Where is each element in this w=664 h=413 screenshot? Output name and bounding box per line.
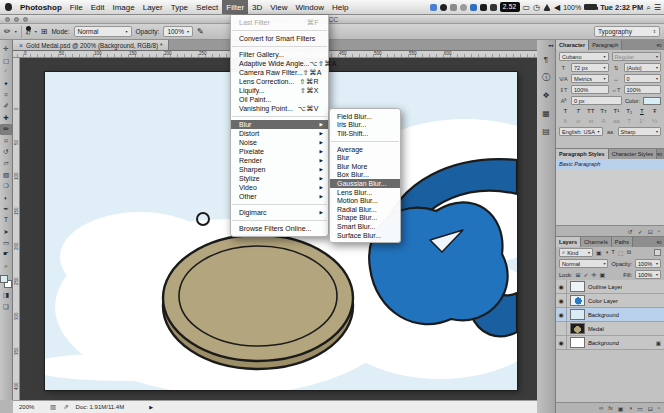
volume-icon[interactable]: ◀ [554,0,560,15]
blur-submenu-item[interactable]: Surface Blur... [330,231,400,240]
layer-filter-icon[interactable]: T [611,249,615,256]
layers-footer-icon[interactable]: fx [608,405,613,411]
menu-extra-badge[interactable]: 2.52 [500,2,520,12]
tool-preset-dropdown-arrow[interactable]: ▾ [15,29,17,34]
filter-menu-item[interactable]: Liquify... ⇧⌘X [231,86,328,95]
menu-bar-item[interactable]: Photoshop [16,0,66,14]
filter-menu-item[interactable]: Video ▶ [231,183,328,192]
horizontal-scale-input[interactable]: 100% [624,85,662,94]
filter-menu-item[interactable]: Camera Raw Filter... ⇧⌘A [231,68,328,77]
status-options-arrow[interactable]: ▶ [149,404,153,410]
blur-submenu-item[interactable]: Average [330,145,400,154]
filter-menu-item[interactable]: Distort ▶ [231,129,328,138]
opentype-button[interactable]: T [623,117,636,125]
tab-paragraph[interactable]: Paragraph [589,40,622,50]
layer-thumbnail[interactable] [570,309,585,320]
panel-dock-icon[interactable]: ⓘ [540,71,553,84]
leading-select[interactable]: (Auto)▾ [624,63,662,72]
filter-menu-item[interactable]: Last Filter ⌘F [231,18,328,27]
tool-button[interactable]: ⌕ [0,260,12,271]
layers-footer-icon[interactable]: ▣ [618,405,624,412]
filter-menu-item[interactable]: Noise ▶ [231,138,328,147]
style-button[interactable]: TT [585,107,598,115]
menu-bar-item[interactable]: Edit [87,0,109,14]
filter-menu-item[interactable]: Lens Correction... ⇧⌘R [231,77,328,86]
layer-filter-icon[interactable]: ▣ [596,249,602,256]
layer-thumbnail[interactable] [570,295,585,306]
workspace-switcher[interactable]: Typography⇕ [594,26,660,37]
filter-menu-item[interactable]: Sharpen ▶ [231,165,328,174]
blur-submenu-item[interactable]: Blur [330,153,400,162]
layer-row[interactable]: Medal [556,322,664,336]
tool-button[interactable]: ✛ [0,44,12,55]
tool-button[interactable]: ⌑ [0,135,12,146]
apple-menu[interactable] [0,0,16,14]
filter-menu-item[interactable] [232,204,327,205]
layers-footer-icon[interactable]: ◑ [629,405,633,411]
menu-bar-item[interactable]: Filter [222,0,248,14]
filter-menu-item[interactable] [232,116,327,117]
tool-button[interactable]: ✚ [0,112,12,123]
filter-menu-item[interactable]: Stylize ▶ [231,174,328,183]
layer-row[interactable]: ◉ Color Layer [556,294,664,308]
style-button[interactable]: Ŧ [648,107,661,115]
blur-submenu-item[interactable]: Iris Blur... [330,121,400,130]
panel-dock-icon[interactable]: ❖ [540,89,553,102]
blend-mode-select[interactable]: Normal▾ [559,259,608,268]
lock-option-icon[interactable]: ⊞ [575,271,580,278]
anti-alias-select[interactable]: Sharp▾ [618,127,662,136]
tool-button[interactable]: ✒ [0,203,12,214]
document-tab[interactable]: × Gold Medal.psd @ 200% (Background, RGB… [13,40,169,50]
blur-submenu-item[interactable] [331,141,399,142]
export-icon[interactable]: ⇗ [63,403,68,411]
layer-filter-toggle[interactable] [654,249,661,256]
layer-thumbnail[interactable] [570,281,585,292]
window-title-bar[interactable]: Adobe Photoshop CC [0,15,664,24]
vertical-scale-input[interactable]: 100% [571,85,609,94]
font-size-select[interactable]: 72 px▾ [571,63,609,72]
style-button[interactable]: T [572,107,585,115]
tool-button[interactable]: ✏ [0,124,12,135]
panel-footer-icon[interactable]: ✓ [638,228,643,235]
style-button[interactable]: Tᴛ [597,107,610,115]
menu-bar-item[interactable]: Layer [139,0,167,14]
visibility-toggle[interactable]: ◉ [556,336,567,349]
style-button[interactable]: T¹ [610,107,623,115]
tab-character[interactable]: Character [556,40,589,50]
vertical-ruler[interactable]: 050100150200250300350400 [13,58,20,400]
layer-row[interactable]: ◉ Background [556,308,664,322]
tool-button[interactable]: ▧ [0,169,12,180]
tool-button[interactable]: ☛ [0,249,12,260]
app-icon-3[interactable] [450,4,457,11]
app-icon-1[interactable] [430,4,437,11]
foreground-color-swatch[interactable] [0,275,8,283]
visibility-toggle[interactable]: ◉ [556,294,567,307]
layer-filter-icon[interactable]: ◑ [605,249,609,256]
layer-filter-icon[interactable]: ⧉ [627,249,631,256]
brush-size-picker[interactable]: 47 [26,26,31,37]
font-family-select[interactable]: Cubano▾ [559,52,609,61]
lock-option-icon[interactable]: ▣ [599,271,605,278]
filter-menu-item[interactable] [232,220,327,221]
lock-option-icon[interactable]: ✓ [583,271,588,278]
tool-button[interactable]: ◜ [0,67,12,78]
filter-menu-item[interactable]: Convert for Smart Filters [231,34,328,43]
tool-button[interactable]: ◐ [0,192,12,203]
blur-submenu-item[interactable]: Motion Blur... [330,196,400,205]
kerning-select[interactable]: Metrics▾ [571,74,609,83]
filter-menu-item[interactable] [232,46,327,47]
tool-button[interactable]: ❍ [0,181,12,192]
filter-menu-item[interactable]: Other ▶ [231,192,328,201]
layer-row[interactable]: ◉ Background ▣ [556,336,664,350]
tab-channels[interactable]: Channels [581,237,612,247]
toggle-brush-panel-icon[interactable]: ⊞ [41,27,48,36]
lock-option-icon[interactable]: ✛ [591,271,596,278]
tool-button[interactable]: ▭ [0,238,12,249]
panel-menu-icon[interactable]: ▾≡ [657,237,664,247]
font-style-select[interactable]: Regular▾ [612,52,662,61]
style-button[interactable]: T [636,107,649,115]
baseline-shift-input[interactable]: 0 px [571,96,622,105]
visibility-toggle[interactable] [556,322,567,335]
tool-button[interactable]: ▢ [0,55,12,66]
tracking-select[interactable]: 0▾ [624,74,662,83]
